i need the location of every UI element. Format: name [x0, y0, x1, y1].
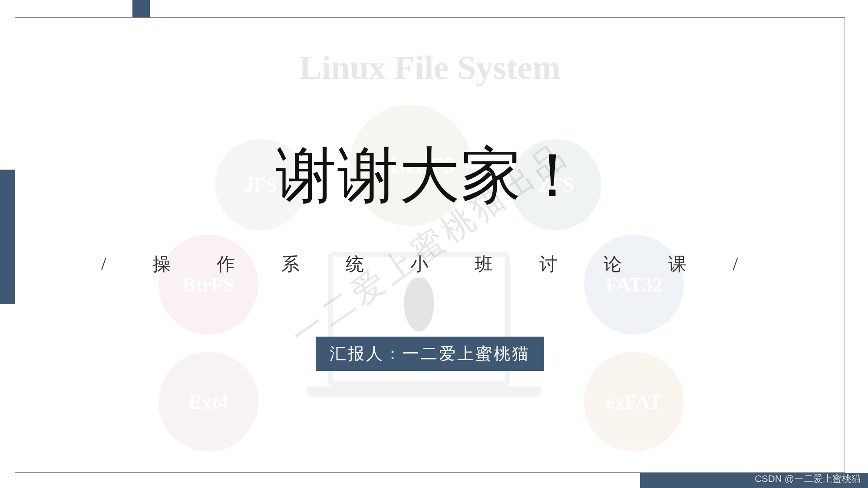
- presenter-label: 汇报人：一二爱上蜜桃猫: [316, 337, 544, 371]
- background-title: Linux File System: [15, 48, 845, 87]
- bg-circle-ext4: Ext4: [158, 352, 258, 452]
- bg-circle-fat32: FAT32: [584, 235, 684, 334]
- bg-circle-exfat: exFAT: [584, 352, 684, 452]
- slide-main-title: 谢谢大家！: [15, 135, 845, 217]
- slide-stage: Linux File System JFS Reiser FS ZFS BtrF…: [0, 0, 868, 488]
- decoration-middle-left: [0, 170, 15, 304]
- slide-subtitle: / 操 作 系 统 小 班 讨 论 课 /: [15, 252, 845, 276]
- footer-credit: CSDN @一二爱上蜜桃猫: [755, 472, 861, 485]
- bg-circle-btrfs: BtrFS: [158, 235, 258, 334]
- decoration-top-left: [132, 0, 150, 17]
- slide-frame: Linux File System JFS Reiser FS ZFS BtrF…: [15, 17, 845, 473]
